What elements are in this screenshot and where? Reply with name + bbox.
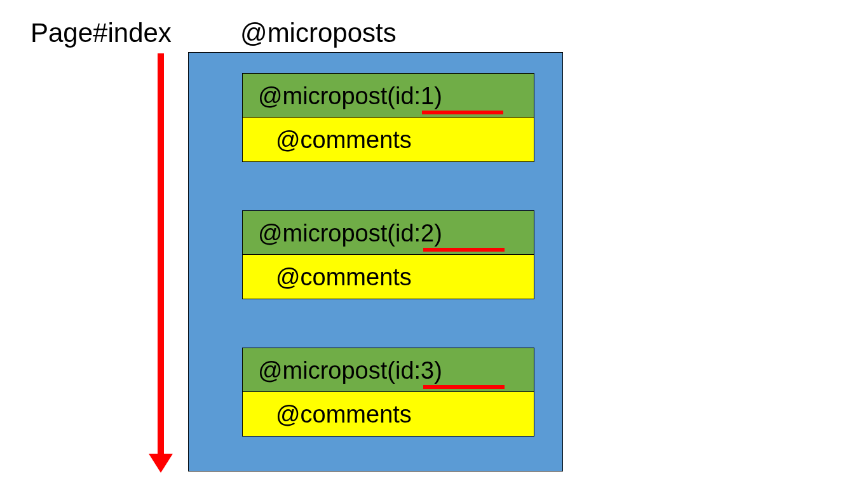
comments-text: @comments (276, 401, 412, 428)
micropost-row: @micropost(id:1) (242, 73, 534, 118)
comments-text: @comments (276, 264, 412, 290)
micropost-text: @micropost(id:2) (258, 220, 442, 247)
micropost-block: @micropost(id:2) @comments (242, 210, 534, 299)
micropost-text: @micropost(id:1) (258, 83, 442, 109)
spellcheck-underline-icon (423, 248, 505, 252)
micropost-row: @micropost(id:2) (242, 210, 534, 255)
micropost-block: @micropost(id:1) @comments (242, 73, 534, 162)
microposts-container: @micropost(id:1) @comments @micropost(id… (188, 52, 563, 471)
comments-row: @comments (242, 118, 534, 162)
micropost-row: @micropost(id:3) (242, 348, 534, 392)
comments-text: @comments (276, 126, 412, 153)
spellcheck-underline-icon (423, 385, 505, 389)
down-arrow-icon (149, 53, 173, 473)
comments-row: @comments (242, 255, 534, 299)
comments-row: @comments (242, 392, 534, 437)
page-index-label: Page#index (31, 18, 172, 48)
spellcheck-underline-icon (422, 111, 503, 114)
micropost-block: @micropost(id:3) @comments (242, 348, 534, 437)
microposts-label: @microposts (240, 18, 397, 48)
micropost-text: @micropost(id:3) (258, 357, 442, 384)
